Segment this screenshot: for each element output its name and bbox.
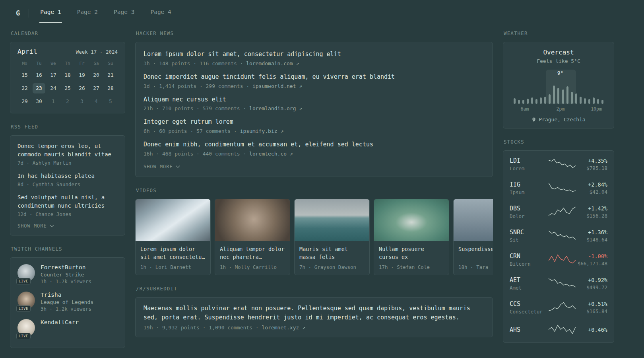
rss-items: Donec tempor eros leo, ut commodo mauris…: [17, 142, 118, 217]
stocks-card: LDILorem+4.35%$795.18IIGIpsum+2.84%$42.0…: [503, 150, 614, 343]
hackernews-domain-link[interactable]: loremlandia.org ↗: [249, 105, 302, 111]
video-title[interactable]: Suspendisse diam: [458, 245, 493, 261]
hackernews-item-meta: 1d · 1,414 points · 299 comments · ipsum…: [144, 83, 485, 89]
video-card-body: Nullam posuere cursus ex17h · Stefan Col…: [374, 241, 449, 275]
video-card[interactable]: Nullam posuere cursus ex17h · Stefan Col…: [374, 199, 449, 275]
hackernews-domain-link[interactable]: ipsumworld.net ↗: [252, 83, 302, 89]
video-title[interactable]: Lorem ipsum dolor sit amet consectetu…: [140, 245, 206, 261]
calendar-days-grid: 1516171819202122232425262728293012345: [17, 70, 118, 107]
channel-game: League of Legends: [41, 299, 93, 305]
stock-values: +0.51%$165.84: [576, 301, 607, 314]
hackernews-item-title[interactable]: Aliquam nec cursus elit: [144, 95, 485, 104]
hackernews-show-more-button[interactable]: SHOW MORE: [144, 161, 485, 172]
hackernews-item-title[interactable]: Lorem ipsum dolor sit amet, consectetur …: [144, 50, 485, 59]
stock-id: DBSDolor: [510, 205, 548, 219]
stock-symbol[interactable]: AET: [510, 276, 548, 284]
tab-page-1[interactable]: Page 1: [39, 0, 62, 23]
channel-info: KendallCarr: [41, 319, 79, 337]
channel-name[interactable]: ForrestBurton: [41, 264, 91, 270]
app-logo[interactable]: G: [16, 9, 20, 17]
hackernews-domain-link[interactable]: loremdomain.com ↗: [246, 60, 299, 66]
calendar-day: 25: [60, 83, 75, 93]
external-link-icon: ↗: [299, 83, 302, 89]
video-title[interactable]: Nullam posuere cursus ex: [379, 245, 444, 261]
stock-sparkline: [548, 254, 576, 264]
stock-sparkline: [548, 324, 576, 335]
weather-bar: [527, 99, 529, 104]
rss-item-title[interactable]: In hac habitasse platea: [17, 172, 118, 180]
stock-row: SNRCSit+1.36%$148.64: [510, 224, 607, 248]
stock-symbol[interactable]: IIG: [510, 181, 548, 188]
video-title[interactable]: Mauris sit amet massa felis: [299, 245, 365, 261]
stock-symbol[interactable]: LDI: [510, 157, 548, 164]
left-column: CALENDAR April Week 17 · 2024 MoTuWeThFr…: [10, 30, 125, 358]
live-badge: LIVE: [16, 333, 31, 339]
hackernews-meta-text: 16h · 468 points · 440 comments ·: [144, 151, 249, 157]
channel-name[interactable]: Trisha: [41, 292, 93, 298]
stock-price: $165.84: [576, 308, 607, 314]
calendar-day: 19: [75, 70, 89, 80]
video-card[interactable]: Suspendisse diam18h · Tara: [453, 199, 493, 275]
hackernews-item-meta: 3h · 148 points · 116 comments · loremdo…: [144, 60, 485, 66]
stock-values: +4.35%$795.18: [576, 158, 607, 171]
rss-show-more-button[interactable]: SHOW MORE: [17, 223, 118, 229]
stock-sparkline-box: [548, 230, 576, 242]
weather-location-text: Prague, Czechia: [539, 117, 585, 123]
channel-name[interactable]: KendallCarr: [41, 319, 79, 325]
weather-bar: [518, 100, 520, 104]
weather-bars: [513, 78, 604, 104]
rss-item-title[interactable]: Donec tempor eros leo, ut commodo mauris…: [17, 142, 118, 159]
hackernews-domain-link[interactable]: loremtech.co ↗: [249, 151, 293, 157]
hackernews-meta-text: 21h · 710 points · 579 comments ·: [144, 105, 249, 111]
stock-symbol[interactable]: SNRC: [510, 229, 548, 236]
hackernews-item-title[interactable]: Donec imperdiet augue tincidunt felis al…: [144, 73, 485, 82]
video-card[interactable]: Mauris sit amet massa felis7h · Grayson …: [294, 199, 370, 275]
video-meta: 18h · Tara: [458, 264, 493, 270]
stock-id: IIGIpsum: [510, 181, 548, 195]
calendar-dow-label: Su: [103, 61, 118, 66]
hackernews-meta-text: 6h · 60 points · 57 comments ·: [144, 128, 240, 134]
weather-bar: [571, 92, 573, 104]
right-column: WEATHER Overcast Feels like 5°C 9° 6am 2…: [503, 30, 614, 358]
rss-item-title[interactable]: Sed volutpat nulla nisl, a condimentum n…: [17, 193, 118, 210]
stock-id: CCSConsectetur: [510, 300, 548, 315]
weather-time-6am: 6am: [521, 106, 529, 112]
calendar-day: 16: [32, 70, 46, 80]
hackernews-item-title[interactable]: Donec enim nibh, condimentum et accumsan…: [144, 140, 485, 149]
video-meta: 7h · Grayson Dawson: [299, 264, 365, 270]
tab-page-4[interactable]: Page 4: [149, 0, 172, 23]
stock-symbol[interactable]: AHS: [510, 326, 548, 333]
tab-page-2[interactable]: Page 2: [76, 0, 99, 23]
stocks-section-title: STOCKS: [504, 139, 614, 145]
weather-current-temp: 9°: [557, 70, 564, 76]
stock-price: $66,171.48: [576, 261, 607, 267]
stock-symbol[interactable]: CCS: [510, 300, 548, 307]
stock-values: +2.84%$42.04: [576, 181, 607, 195]
video-title[interactable]: Aliquam tempor dolor nec pharetra…: [220, 245, 285, 261]
videos-section-title: VIDEOS: [136, 187, 493, 193]
stock-name: Sit: [510, 237, 548, 243]
stock-values: +1.42%$156.28: [576, 205, 607, 219]
stock-symbol[interactable]: CRN: [510, 253, 548, 260]
twitch-channel-row[interactable]: LIVEKendallCarr: [17, 319, 118, 337]
hackernews-item-title[interactable]: Integer eget rutrum lorem: [144, 118, 485, 126]
video-card[interactable]: Lorem ipsum dolor sit amet consectetu…1h…: [135, 199, 211, 275]
twitch-channel-row[interactable]: LIVEForrestBurtonCounter-Strike1h · 1.7k…: [17, 264, 118, 284]
tab-page-3[interactable]: Page 3: [113, 0, 135, 23]
subreddit-post-title[interactable]: Maecenas mollis pulvinar erat non posuer…: [144, 304, 485, 323]
weather-time-10pm: 10pm: [591, 106, 602, 112]
twitch-channel-row[interactable]: LIVETrishaLeague of Legends3h · 1.2k vie…: [17, 292, 118, 312]
hackernews-domain-link[interactable]: ipsumify.biz ↗: [240, 128, 284, 134]
twitch-card: LIVEForrestBurtonCounter-Strike1h · 1.7k…: [10, 257, 125, 348]
weather-bar: [522, 100, 524, 104]
video-card[interactable]: Aliquam tempor dolor nec pharetra…1h · M…: [215, 199, 290, 275]
stock-symbol[interactable]: DBS: [510, 205, 548, 212]
stock-sparkline: [548, 278, 576, 288]
stock-id: CRNBitcorn: [510, 253, 548, 267]
subreddit-domain-link[interactable]: loremnet.xyz ↗: [262, 325, 305, 331]
hackernews-section-title: HACKER NEWS: [136, 30, 493, 36]
weather-bar: [514, 98, 516, 104]
chevron-down-icon: [176, 165, 180, 168]
weather-time-2pm: 2pm: [557, 106, 565, 112]
weather-bar: [575, 93, 577, 104]
